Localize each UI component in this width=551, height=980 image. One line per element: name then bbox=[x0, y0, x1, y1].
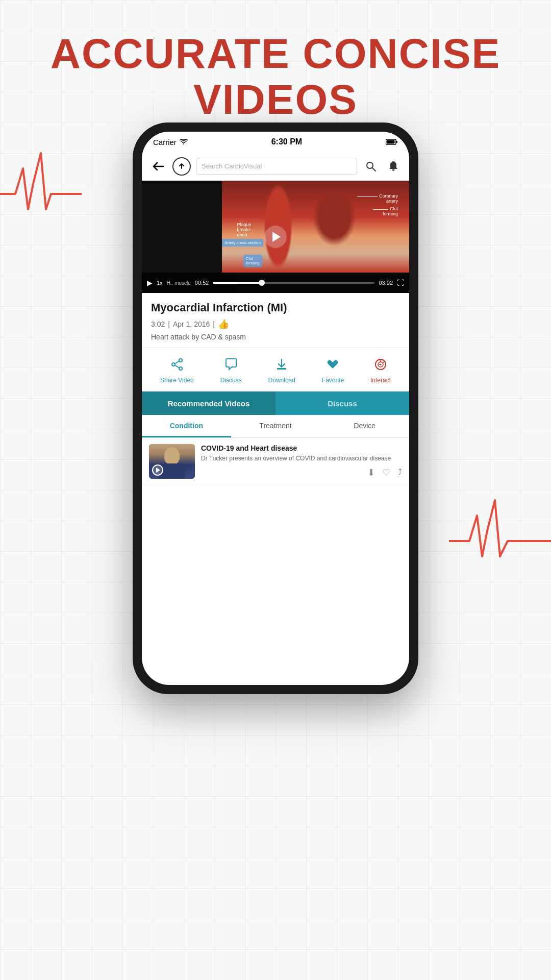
current-time: 00:52 bbox=[195, 280, 209, 286]
progress-thumb[interactable] bbox=[259, 280, 265, 286]
progress-fill bbox=[213, 282, 261, 284]
svg-point-8 bbox=[179, 367, 182, 370]
phone-screen: Carrier 6:30 PM bbox=[142, 132, 409, 685]
like-button[interactable]: 👍 bbox=[218, 318, 229, 330]
status-carrier: Carrier bbox=[153, 138, 188, 146]
video-card-description: Dr Tucker presents an overview of COVID … bbox=[201, 454, 402, 463]
svg-point-5 bbox=[392, 169, 395, 170]
share-label: Share Video bbox=[160, 377, 194, 384]
interact-label: Interact bbox=[370, 377, 391, 384]
discuss-label: Discuss bbox=[220, 377, 242, 384]
search-box[interactable]: Search CardioVisual bbox=[196, 158, 357, 175]
play-pause-button[interactable]: ▶ bbox=[147, 279, 153, 287]
thumb-play-button[interactable] bbox=[152, 464, 163, 476]
upload-button[interactable] bbox=[172, 157, 191, 176]
thumb-play-triangle bbox=[156, 468, 160, 473]
playback-speed[interactable]: 1x bbox=[157, 280, 163, 286]
interact-icon bbox=[371, 355, 390, 374]
video-date: Apr 1, 2016 bbox=[173, 320, 210, 328]
svg-line-10 bbox=[175, 361, 179, 364]
discuss-icon bbox=[221, 355, 241, 374]
video-description: Heart attack by CAD & spasm bbox=[151, 333, 400, 341]
status-time: 6:30 PM bbox=[271, 137, 302, 146]
fullscreen-button[interactable]: ⛶ bbox=[397, 279, 404, 287]
tab-condition[interactable]: Condition bbox=[142, 415, 231, 437]
favorite-button[interactable]: Favorite bbox=[322, 355, 344, 384]
upload-icon bbox=[178, 162, 186, 170]
video-info: Myocardial Infarction (MI) 3:02 | Apr 1,… bbox=[142, 293, 409, 348]
search-placeholder: Search CardioVisual bbox=[202, 162, 262, 170]
tab-treatment[interactable]: Treatment bbox=[231, 415, 320, 437]
notification-button[interactable] bbox=[385, 158, 402, 175]
svg-point-9 bbox=[172, 363, 175, 366]
back-button[interactable] bbox=[149, 157, 167, 176]
play-triangle-icon bbox=[272, 232, 281, 242]
ecg-right-icon bbox=[449, 490, 551, 572]
action-bar: Share Video Discuss Download bbox=[142, 348, 409, 391]
svg-rect-2 bbox=[387, 140, 395, 144]
interact-button[interactable]: Interact bbox=[370, 355, 391, 384]
discuss-button[interactable]: Discuss bbox=[220, 355, 242, 384]
person-head bbox=[164, 447, 180, 464]
search-button[interactable] bbox=[362, 158, 380, 175]
bell-icon bbox=[388, 161, 398, 172]
share-icon bbox=[167, 355, 187, 374]
video-title: Myocardial Infarction (MI) bbox=[151, 301, 400, 314]
card-favorite-button[interactable]: ♡ bbox=[382, 467, 390, 478]
favorite-label: Favorite bbox=[322, 377, 344, 384]
phone-mockup: Carrier 6:30 PM bbox=[133, 122, 418, 694]
svg-line-11 bbox=[175, 365, 179, 368]
video-card-actions: ⬇ ♡ ⤴ bbox=[201, 467, 402, 478]
popup-artery-label: Artery cross-section bbox=[222, 239, 263, 247]
svg-rect-1 bbox=[396, 141, 397, 143]
svg-line-15 bbox=[383, 361, 385, 363]
video-label: H.. muscle bbox=[167, 280, 191, 286]
total-time: 03:02 bbox=[379, 280, 393, 286]
tab-recommended-videos[interactable]: Recommended Videos bbox=[142, 391, 276, 415]
svg-line-4 bbox=[372, 168, 375, 171]
wifi-icon bbox=[180, 139, 188, 145]
video-controls: ▶ 1x H.. muscle 00:52 03:02 ⛶ bbox=[142, 273, 409, 293]
popup-clot-label: Clotforming bbox=[243, 255, 262, 267]
download-icon bbox=[272, 355, 291, 374]
video-card-info: COVID-19 and Heart disease Dr Tucker pre… bbox=[201, 444, 402, 478]
download-label: Download bbox=[268, 377, 295, 384]
share-video-button[interactable]: Share Video bbox=[160, 355, 194, 384]
video-card-title: COVID-19 and Heart disease bbox=[201, 444, 402, 452]
search-icon bbox=[366, 161, 376, 172]
video-meta: 3:02 | Apr 1, 2016 | 👍 bbox=[151, 318, 400, 330]
card-download-button[interactable]: ⬇ bbox=[367, 467, 375, 478]
svg-point-3 bbox=[367, 162, 373, 168]
status-battery bbox=[386, 139, 398, 145]
tab-device[interactable]: Device bbox=[320, 415, 409, 437]
ecg-left-icon bbox=[0, 143, 82, 225]
back-arrow-icon bbox=[153, 162, 164, 171]
svg-point-7 bbox=[179, 359, 182, 362]
favorite-icon bbox=[323, 355, 342, 374]
status-bar: Carrier 6:30 PM bbox=[142, 132, 409, 152]
page-title: ACCURATE CONCISE VIDEOS bbox=[0, 31, 551, 122]
secondary-tabs: Condition Treatment Device bbox=[142, 415, 409, 438]
play-button[interactable] bbox=[264, 226, 287, 248]
progress-bar[interactable] bbox=[213, 282, 374, 284]
card-share-button[interactable]: ⤴ bbox=[397, 467, 402, 478]
nav-bar: Search CardioVisual bbox=[142, 152, 409, 181]
recommended-video-card[interactable]: COVID-19 and Heart disease Dr Tucker pre… bbox=[142, 438, 409, 485]
video-player[interactable]: Coronaryartery Clotforming Plaquebreakso… bbox=[142, 181, 409, 293]
tab-discuss[interactable]: Discuss bbox=[276, 391, 409, 415]
coronary-artery-label: Coronaryartery bbox=[357, 193, 398, 204]
plaque-label: Plaquebreaksopen bbox=[237, 222, 252, 237]
download-button[interactable]: Download bbox=[268, 355, 295, 384]
clot-forming-label: Clotforming bbox=[373, 206, 398, 216]
battery-icon bbox=[386, 139, 398, 145]
video-thumbnail bbox=[149, 444, 195, 479]
primary-tabs: Recommended Videos Discuss bbox=[142, 391, 409, 415]
video-duration: 3:02 bbox=[151, 320, 165, 328]
